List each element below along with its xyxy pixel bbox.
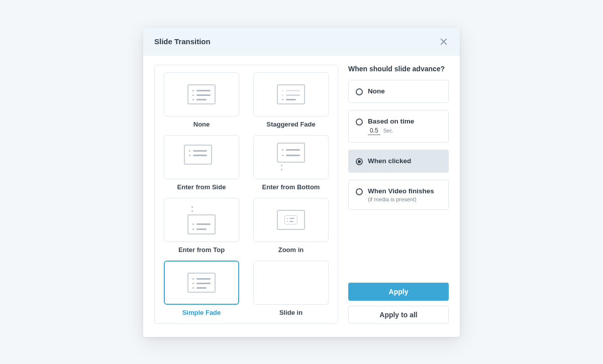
transition-preview bbox=[253, 72, 329, 116]
time-row: 0.5 Sec. bbox=[368, 127, 441, 135]
transition-tile-staggered-fade[interactable]: Staggered Fade bbox=[251, 72, 331, 128]
advance-option-when-clicked[interactable]: When clicked bbox=[348, 150, 449, 173]
slide-transition-dialog: Slide Transition None bbox=[143, 28, 460, 337]
transition-label: Simple Fade bbox=[182, 309, 221, 316]
radio-icon bbox=[356, 88, 363, 95]
apply-to-all-button[interactable]: Apply to all bbox=[348, 306, 449, 324]
radio-label: Based on time bbox=[368, 117, 441, 125]
transition-label: Staggered Fade bbox=[266, 120, 316, 128]
slide-icon bbox=[187, 84, 216, 104]
radio-content: Based on time 0.5 Sec. bbox=[368, 117, 441, 135]
time-value-input[interactable]: 0.5 bbox=[368, 127, 380, 135]
radio-content: None bbox=[368, 87, 441, 95]
transition-tile-enter-from-bottom[interactable]: Enter from Bottom bbox=[251, 135, 331, 191]
transition-preview bbox=[164, 72, 239, 116]
advance-option-video-finishes[interactable]: When Video finishes (if media is present… bbox=[348, 180, 449, 210]
radio-content: When Video finishes (if media is present… bbox=[368, 187, 441, 202]
transition-label: None bbox=[193, 120, 210, 128]
transition-label: Enter from Top bbox=[178, 246, 225, 254]
transition-label: Slide in bbox=[279, 309, 303, 316]
transition-label: Enter from Side bbox=[177, 183, 226, 191]
radio-content: When clicked bbox=[368, 157, 441, 165]
slide-icon bbox=[186, 205, 217, 234]
radio-icon bbox=[356, 118, 363, 126]
transitions-grid: None Staggered Fade bbox=[154, 65, 338, 324]
advance-option-none[interactable]: None bbox=[348, 80, 449, 103]
transition-preview bbox=[253, 135, 329, 179]
close-button[interactable] bbox=[439, 37, 449, 47]
slide-icon bbox=[277, 210, 305, 230]
apply-button[interactable]: Apply bbox=[348, 283, 449, 301]
radio-icon bbox=[356, 158, 363, 165]
transition-label: Zoom in bbox=[278, 246, 304, 254]
transition-tile-slide-in[interactable]: Slide in bbox=[251, 261, 331, 316]
transition-tile-enter-from-top[interactable]: Enter from Top bbox=[162, 198, 241, 254]
advance-title: When should slide advance? bbox=[348, 65, 449, 73]
transition-tile-zoom-in[interactable]: Zoom in bbox=[251, 198, 331, 254]
slide-icon bbox=[187, 273, 216, 293]
dialog-header: Slide Transition bbox=[143, 28, 460, 56]
slide-icon bbox=[277, 84, 305, 104]
transition-tile-simple-fade[interactable]: Simple Fade bbox=[162, 261, 241, 316]
transition-preview bbox=[164, 261, 239, 305]
advance-panel: When should slide advance? None Based on… bbox=[348, 65, 449, 324]
slide-icon bbox=[276, 143, 306, 172]
transition-label: Enter from Bottom bbox=[262, 183, 320, 191]
radio-label: When clicked bbox=[368, 157, 441, 165]
time-unit: Sec. bbox=[383, 128, 393, 134]
dialog-actions: Apply Apply to all bbox=[348, 273, 449, 324]
radio-icon bbox=[356, 188, 363, 195]
radio-label: When Video finishes bbox=[368, 187, 441, 195]
advance-options: None Based on time 0.5 Sec. bbox=[348, 80, 449, 210]
transition-preview bbox=[164, 135, 239, 179]
slide-icon bbox=[184, 145, 219, 170]
transition-tile-enter-from-side[interactable]: Enter from Side bbox=[162, 135, 241, 191]
radio-sublabel: (if media is present) bbox=[368, 196, 441, 202]
dialog-body: None Staggered Fade bbox=[143, 56, 460, 337]
close-icon bbox=[439, 37, 448, 46]
advance-option-based-on-time[interactable]: Based on time 0.5 Sec. bbox=[348, 110, 449, 143]
transition-preview bbox=[253, 261, 329, 305]
transition-tile-none[interactable]: None bbox=[162, 72, 241, 128]
transition-preview bbox=[164, 198, 239, 242]
transition-preview bbox=[253, 198, 329, 242]
dialog-title: Slide Transition bbox=[154, 37, 211, 46]
radio-label: None bbox=[368, 87, 441, 95]
